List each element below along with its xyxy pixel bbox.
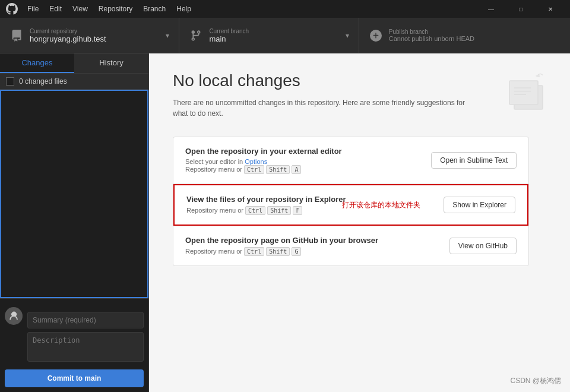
- publish-section[interactable]: Publish branch Cannot publish unborn HEA…: [359, 18, 570, 53]
- branch-icon: [189, 29, 203, 43]
- action-card-github-desc: Repository menu or Ctrl Shift G: [185, 247, 438, 256]
- action-card-github: Open the repository page on GitHub in yo…: [173, 226, 528, 265]
- illustration: [505, 71, 552, 121]
- action-card-editor-title: Open the repository in your external edi…: [185, 147, 419, 156]
- action-card-github-text: Open the repository page on GitHub in yo…: [185, 236, 438, 256]
- repo-selector[interactable]: Current repository hongruyang.gihub.test…: [0, 18, 179, 53]
- action-card-editor-desc: Select your editor in Options Repository…: [185, 158, 419, 174]
- menu-file[interactable]: File: [23, 4, 43, 14]
- commit-summary-input[interactable]: [27, 312, 144, 328]
- changed-files-header: 0 changed files: [0, 74, 148, 90]
- repo-name: hongruyang.gihub.test: [30, 34, 106, 43]
- sidebar: Changes History 0 changed files: [0, 53, 149, 392]
- branch-text: Current branch main: [209, 28, 249, 43]
- no-changes-desc-text: There are no uncommitted changes in this…: [173, 99, 465, 118]
- show-explorer-button[interactable]: Show in Explorer: [444, 197, 515, 213]
- branch-arrow: ▾: [346, 31, 349, 40]
- menu-help[interactable]: Help: [172, 4, 196, 14]
- repo-label: Current repository: [30, 28, 106, 34]
- view-github-button[interactable]: View on GitHub: [449, 238, 517, 254]
- action-card-editor: Open the repository in your external edi…: [173, 137, 528, 184]
- menu-repository[interactable]: Repository: [94, 4, 137, 14]
- branch-label: Current branch: [209, 28, 249, 34]
- sidebar-tabs: Changes History: [0, 53, 148, 74]
- changed-files-count: 0 changed files: [19, 77, 67, 86]
- publish-sub: Cannot publish unborn HEAD: [389, 35, 474, 42]
- tab-history[interactable]: History: [74, 53, 148, 73]
- minimize-button[interactable]: —: [477, 0, 505, 18]
- watermark: CSDN @杨鸿儒: [510, 376, 561, 386]
- repo-arrow: ▾: [166, 31, 169, 40]
- content-area: No local changes There are no uncommitte…: [149, 53, 570, 392]
- menu-view[interactable]: View: [68, 4, 93, 14]
- publish-icon: [369, 29, 383, 43]
- annotation-text: 打开该仓库的本地文件夹: [342, 200, 420, 210]
- maximize-button[interactable]: □: [507, 0, 534, 18]
- repo-icon: [10, 29, 24, 43]
- open-editor-button[interactable]: Open in Sublime Text: [431, 152, 517, 169]
- no-changes-desc: There are no uncommitted changes in this…: [173, 97, 470, 119]
- publish-text: Publish branch Cannot publish unborn HEA…: [389, 29, 474, 42]
- titlebar-left: File Edit View Repository Branch Help: [6, 3, 196, 15]
- menu-edit[interactable]: Edit: [45, 4, 66, 14]
- commit-area: Commit to main: [0, 298, 148, 392]
- titlebar-menu: File Edit View Repository Branch Help: [23, 4, 196, 14]
- action-card-github-title: Open the repository page on GitHub in yo…: [185, 236, 438, 245]
- commit-description-input[interactable]: [27, 332, 144, 362]
- tab-changes[interactable]: Changes: [0, 53, 74, 73]
- commit-row: [5, 307, 144, 363]
- select-all-checkbox[interactable]: [6, 77, 14, 86]
- github-icon: [6, 3, 18, 15]
- action-card-editor-text: Open the repository in your external edi…: [185, 147, 419, 174]
- options-link[interactable]: Options: [245, 158, 267, 165]
- commit-button[interactable]: Commit to main: [5, 369, 144, 387]
- repo-text: Current repository hongruyang.gihub.test: [30, 28, 106, 43]
- action-card-explorer: View the files of your repository in Exp…: [173, 184, 528, 226]
- file-list: [0, 90, 148, 298]
- titlebar-controls: — □ ✕: [477, 0, 564, 18]
- toolbar: Current repository hongruyang.gihub.test…: [0, 18, 570, 53]
- close-button[interactable]: ✕: [537, 0, 564, 18]
- publish-label: Publish branch: [389, 29, 474, 35]
- menu-branch[interactable]: Branch: [138, 4, 170, 14]
- branch-selector[interactable]: Current branch main ▾: [179, 18, 359, 53]
- action-cards: Open the repository in your external edi…: [173, 137, 529, 266]
- commit-inputs: [27, 312, 144, 363]
- main-layout: Changes History 0 changed files: [0, 53, 570, 392]
- no-changes-title: No local changes: [173, 71, 546, 90]
- commit-avatar: [5, 307, 23, 325]
- titlebar: File Edit View Repository Branch Help — …: [0, 0, 570, 18]
- svg-rect-1: [509, 81, 538, 105]
- branch-name: main: [209, 34, 249, 43]
